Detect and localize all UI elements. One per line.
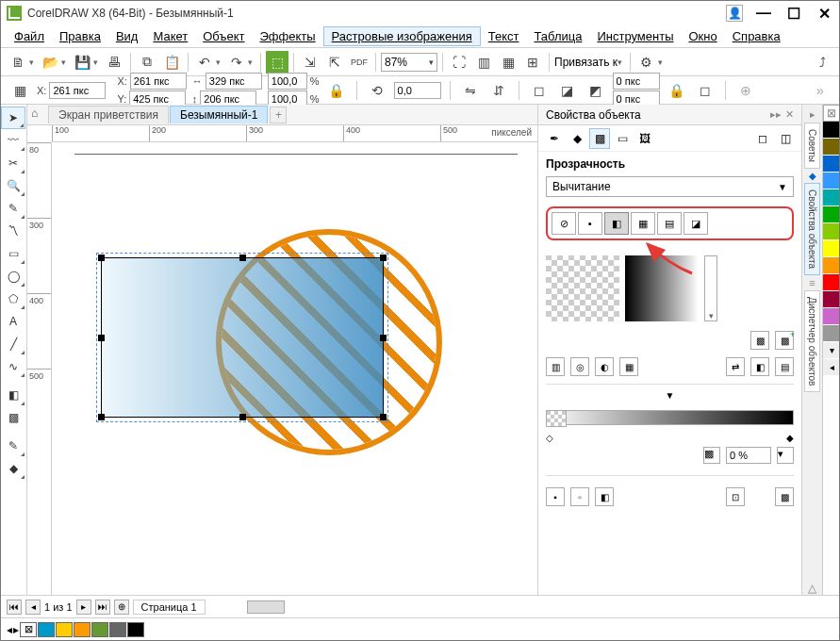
menu-layout[interactable]: Макет <box>145 27 195 45</box>
redo-icon[interactable]: ↷ <box>225 51 248 74</box>
copy-icon[interactable]: ⧉ <box>136 51 158 74</box>
apply-all-icon[interactable]: ▪ <box>546 487 565 506</box>
page-next-icon[interactable]: ▸ <box>76 600 91 615</box>
panel-expand-icon[interactable]: ▸▸ <box>770 108 782 121</box>
canvas[interactable]: 100200300400500 пикселей 80300400500 <box>27 125 537 595</box>
import-icon[interactable]: ⇲ <box>299 51 321 74</box>
swatch[interactable] <box>127 622 144 637</box>
swatch[interactable] <box>823 274 840 291</box>
node-transparency-icon[interactable]: ▩ <box>703 447 720 464</box>
transparency-tool-icon[interactable]: ▩ <box>1 406 25 429</box>
tab-welcome[interactable]: Экран приветствия <box>48 106 169 123</box>
zoom-tool-icon[interactable]: 🔍 <box>1 174 25 197</box>
menu-file[interactable]: Файл <box>7 27 52 45</box>
tab-document[interactable]: Безымянный-1 <box>170 106 268 123</box>
angle-input[interactable] <box>394 82 441 99</box>
fill-tool-icon[interactable]: ◆ <box>1 457 25 480</box>
swatch[interactable] <box>56 622 73 637</box>
user-icon[interactable]: 👤 <box>726 5 743 22</box>
uniform-transparency-icon[interactable]: ▪ <box>578 212 602 235</box>
rectangle-tool-icon[interactable]: ▭ <box>1 242 25 265</box>
polygon-tool-icon[interactable]: ⬠ <box>1 288 25 310</box>
swatch[interactable] <box>38 622 55 637</box>
no-transparency-icon[interactable]: ⊘ <box>552 212 576 235</box>
minimize-button[interactable]: — <box>754 5 773 22</box>
reverse-fountain-icon[interactable]: ⇄ <box>726 357 745 376</box>
node-end-icon[interactable]: ◆ <box>786 433 794 443</box>
new-tab-button[interactable]: + <box>270 107 287 123</box>
menu-tools[interactable]: Инструменты <box>589 27 681 45</box>
swatch[interactable] <box>823 122 840 139</box>
menu-effects[interactable]: Эффекты <box>253 27 323 45</box>
menu-object[interactable]: Объект <box>195 27 252 45</box>
outline-props-icon[interactable]: ✒ <box>544 128 565 149</box>
freeze-icon[interactable]: ⊡ <box>726 487 745 506</box>
home-icon[interactable]: ⌂ <box>31 107 48 123</box>
page-prev-icon[interactable]: ◂ <box>25 600 41 615</box>
mirror-h-icon[interactable]: ⇋ <box>459 79 482 102</box>
panel-close-icon[interactable]: ✕ <box>785 108 794 121</box>
palette-menu-icon[interactable]: ▸ <box>13 623 19 636</box>
crop-tool-icon[interactable]: ✂ <box>1 152 25 174</box>
zoom-combo[interactable]: 87%▾ <box>381 53 437 72</box>
menu-bitmaps[interactable]: Растровые изображения <box>323 26 481 46</box>
swatch[interactable]: ⊠ <box>20 622 37 637</box>
swatch[interactable] <box>823 139 840 156</box>
corner-lock-icon[interactable]: 🔒 <box>666 79 688 102</box>
hscroll-thumb[interactable] <box>247 600 285 614</box>
export-icon[interactable]: ⇱ <box>323 51 346 74</box>
collapse-tabs-icon[interactable]: △ <box>808 582 816 595</box>
more-icon[interactable]: » <box>809 79 832 102</box>
freehand-tool-icon[interactable]: ✎ <box>1 197 25 220</box>
add-preset-icon[interactable]: ⊕ <box>734 79 757 102</box>
swatch[interactable] <box>823 173 840 189</box>
mirror-fountain-icon[interactable]: ◧ <box>750 357 769 376</box>
apply-outline-icon[interactable]: ◧ <box>595 487 614 506</box>
x-input[interactable] <box>49 82 106 99</box>
repeat-fountain-icon[interactable]: ▤ <box>775 357 794 376</box>
rectangular-fountain-icon[interactable]: ▦ <box>619 357 638 376</box>
object-manager-tab[interactable]: Диспетчер объектов <box>804 290 820 392</box>
pick-tool-icon[interactable]: ➤ <box>1 107 25 129</box>
detach-icon[interactable]: ◻ <box>752 128 773 149</box>
corner-scallop-icon[interactable]: ◪ <box>556 79 579 102</box>
object-properties-tab[interactable]: Свойства объекта <box>804 183 820 275</box>
node-start-icon[interactable]: ◇ <box>546 433 553 443</box>
connector-tool-icon[interactable]: ∿ <box>1 355 25 378</box>
hints-tab[interactable]: Советы <box>804 123 820 169</box>
artistic-media-icon[interactable]: 〽 <box>1 220 25 242</box>
scale-x-input[interactable] <box>268 73 307 90</box>
slider-handle-icon[interactable]: ▼ <box>666 390 675 401</box>
merge-mode-combo[interactable]: Вычитание▼ <box>546 176 794 197</box>
bitmap-props-icon[interactable]: 🖼 <box>634 128 655 149</box>
dimension-tool-icon[interactable]: ╱ <box>1 333 25 355</box>
options-icon[interactable]: ⚙ <box>635 51 658 74</box>
add-transparency-icon[interactable]: ▩+ <box>775 331 794 350</box>
radial-fountain-icon[interactable]: ◎ <box>570 357 589 376</box>
swatch[interactable] <box>91 622 108 637</box>
fullscreen-icon[interactable]: ⛶ <box>448 51 470 74</box>
new-icon[interactable]: 🗎 <box>7 51 29 74</box>
page-last-icon[interactable]: ⏭ <box>95 600 110 615</box>
palette-flyout-icon[interactable]: ◂ <box>823 359 840 376</box>
pos-x-input[interactable] <box>130 73 187 90</box>
close-button[interactable]: ✕ <box>815 5 833 23</box>
print-icon[interactable]: 🖶 <box>103 51 125 74</box>
grid-icon[interactable]: ▦ <box>497 51 519 74</box>
apply-fill-icon[interactable]: ▫ <box>570 487 589 506</box>
gradient-slider[interactable] <box>546 410 794 425</box>
swatch[interactable] <box>823 189 840 206</box>
menu-table[interactable]: Таблица <box>526 27 589 45</box>
shape-tool-icon[interactable]: 〰 <box>1 129 25 152</box>
menu-edit[interactable]: Правка <box>52 27 108 45</box>
swatch[interactable] <box>823 325 840 342</box>
undo-icon[interactable]: ↶ <box>193 51 216 74</box>
fill-props-icon[interactable]: ◆ <box>567 128 587 149</box>
ellipse-tool-icon[interactable]: ◯ <box>1 265 25 288</box>
text-tool-icon[interactable]: A <box>1 310 25 333</box>
copy-transparency-icon[interactable]: ▩ <box>775 487 794 506</box>
edit-transparency-icon[interactable]: ▩ <box>750 331 769 350</box>
menu-view[interactable]: Вид <box>108 27 146 45</box>
rulers-icon[interactable]: ▥ <box>472 51 495 74</box>
open-icon[interactable]: 📂 <box>39 51 61 74</box>
